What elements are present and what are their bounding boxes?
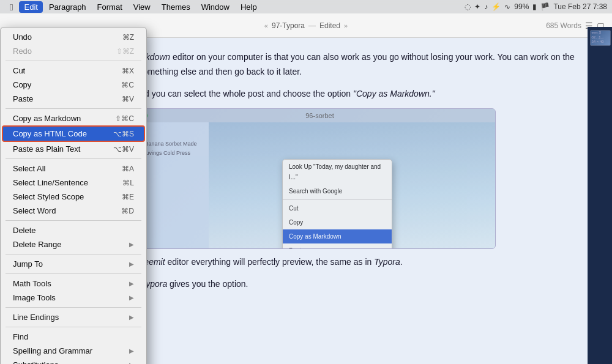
menu-math-tools[interactable]: Math Tools ▶ bbox=[3, 277, 144, 291]
menu-view[interactable]: View bbox=[129, 1, 155, 13]
context-menu: Look Up "Today, my daughter and I..." Se… bbox=[282, 159, 392, 248]
ctx-paste[interactable]: Paste bbox=[283, 243, 392, 248]
menu-substitutions[interactable]: Substitutions ▶ bbox=[3, 358, 144, 364]
right-panel: een S 02...1... 34 × 40 bbox=[588, 27, 612, 364]
jump-to-arrow: ▶ bbox=[129, 261, 134, 267]
menu-cut[interactable]: Cut ⌘X bbox=[3, 64, 144, 78]
menu-paragraph[interactable]: Paragraph bbox=[44, 1, 91, 13]
menu-themes[interactable]: Themes bbox=[157, 1, 195, 13]
cut-shortcut: ⌘X bbox=[122, 67, 134, 75]
spelling-arrow: ▶ bbox=[129, 347, 134, 354]
copy-html-shortcut: ⌥⌘S bbox=[113, 130, 134, 138]
app-window: « 97-Typora — Edited » 685 Words ☰ ▢ The… bbox=[0, 13, 612, 364]
apple-menu[interactable]:  bbox=[5, 1, 18, 13]
menu-image-tools[interactable]: Image Tools ▶ bbox=[3, 291, 144, 305]
select-all-label: Select All bbox=[13, 164, 122, 173]
ctx-divider-1 bbox=[283, 199, 392, 200]
copy-markdown-label: Copy as Markdown bbox=[13, 114, 115, 123]
menu-jump-to[interactable]: Jump To ▶ bbox=[3, 257, 144, 271]
divider-7 bbox=[6, 307, 141, 308]
image-tools-label: Image Tools bbox=[13, 293, 129, 302]
copy-html-label: Copy as HTML Code bbox=[13, 129, 113, 138]
select-word-shortcut: ⌘D bbox=[121, 207, 134, 215]
menu-paste[interactable]: Paste ⌘V bbox=[3, 92, 144, 106]
menu-help[interactable]: Help bbox=[236, 1, 262, 13]
menu-line-endings[interactable]: Line Endings ▶ bbox=[3, 310, 144, 324]
toolbar-title: « 97-Typora — Edited » bbox=[264, 21, 348, 30]
screenshot-titlebar: 96-sorbet bbox=[117, 109, 495, 122]
dropbox-icon: ✦ bbox=[474, 2, 480, 11]
cut-label: Cut bbox=[13, 66, 122, 75]
jump-to-label: Jump To bbox=[13, 259, 129, 269]
redo-shortcut: ⇧⌘Z bbox=[116, 47, 134, 56]
copy-markdown-shortcut: ⇧⌘C bbox=[115, 114, 134, 123]
menu-copy[interactable]: Copy ⌘C bbox=[3, 78, 144, 92]
menu-copy-html[interactable]: Copy as HTML Code ⌥⌘S bbox=[2, 125, 145, 142]
ctx-copy[interactable]: Copy bbox=[283, 215, 392, 229]
menubar-right: ◌ ✦ ♪ ⚡ ∿ 99% ▮ 🏴 Tue Feb 27 7:38 bbox=[465, 2, 607, 11]
select-all-shortcut: ⌘A bbox=[122, 165, 134, 173]
menu-delete[interactable]: Delete bbox=[3, 223, 144, 237]
menu-select-line[interactable]: Select Line/Sentence ⌘L bbox=[3, 176, 144, 190]
screenshot-embed: 96-sorbet OUTLINE Our First Banana Sorbe… bbox=[116, 108, 496, 249]
paste-label: Paste bbox=[13, 94, 122, 103]
screenshot-inner: 96-sorbet OUTLINE Our First Banana Sorbe… bbox=[117, 109, 495, 248]
menu-select-all[interactable]: Select All ⌘A bbox=[3, 162, 144, 176]
word-count: 685 Words bbox=[546, 21, 581, 30]
document-title: 97-Typora bbox=[272, 21, 305, 30]
battery-icon: ▮ bbox=[532, 2, 537, 11]
divider-5 bbox=[6, 254, 141, 254]
menubar-left:  Edit Paragraph Format View Themes Wind… bbox=[5, 1, 262, 13]
delete-range-label: Delete Range bbox=[13, 240, 129, 249]
menu-delete-range[interactable]: Delete Range ▶ bbox=[3, 237, 144, 251]
next-arrow: » bbox=[344, 22, 348, 29]
menu-copy-markdown[interactable]: Copy as Markdown ⇧⌘C bbox=[3, 111, 144, 125]
quote-text: "Copy as Markdown." bbox=[353, 89, 435, 98]
divider-1 bbox=[6, 61, 141, 61]
select-line-shortcut: ⌘L bbox=[122, 179, 134, 187]
divider-8 bbox=[6, 327, 141, 327]
menu-redo[interactable]: Redo ⇧⌘Z bbox=[3, 44, 144, 58]
redo-label: Redo bbox=[13, 46, 116, 56]
menu-undo[interactable]: Undo ⌘Z bbox=[3, 30, 144, 44]
math-tools-arrow: ▶ bbox=[129, 280, 134, 287]
delete-label: Delete bbox=[13, 226, 134, 235]
copy-label: Copy bbox=[13, 80, 121, 89]
math-tools-label: Math Tools bbox=[13, 279, 129, 288]
ctx-cut[interactable]: Cut bbox=[283, 201, 392, 215]
paste-plain-label: Paste as Plain Text bbox=[13, 144, 113, 154]
dropdown-menu[interactable]: Undo ⌘Z Redo ⇧⌘Z Cut ⌘X Copy ⌘C Paste ⌘V… bbox=[0, 27, 147, 364]
select-line-label: Select Line/Sentence bbox=[13, 178, 122, 187]
menu-window[interactable]: Window bbox=[196, 1, 234, 13]
divider-4 bbox=[6, 220, 141, 221]
prev-arrow: « bbox=[264, 22, 268, 29]
menu-find[interactable]: Find bbox=[3, 330, 144, 344]
preview-thumbnail[interactable]: een S 02...1... 34 × 40 bbox=[590, 30, 611, 46]
select-scope-shortcut: ⌘E bbox=[122, 193, 134, 201]
undo-label: Undo bbox=[13, 32, 122, 42]
separator-dash: — bbox=[308, 21, 316, 30]
flag-icon: 🏴 bbox=[540, 2, 550, 11]
line-endings-arrow: ▶ bbox=[129, 314, 134, 321]
audio-icon: ♪ bbox=[484, 2, 488, 11]
menu-paste-plain[interactable]: Paste as Plain Text ⌥⌘V bbox=[3, 142, 144, 156]
divider-2 bbox=[6, 108, 141, 109]
menu-spelling-grammar[interactable]: Spelling and Grammar ▶ bbox=[3, 344, 144, 358]
substitutions-label: Substitutions bbox=[13, 360, 129, 364]
wifi-icon: ∿ bbox=[504, 2, 510, 11]
bluetooth-icon: ⚡ bbox=[491, 2, 501, 11]
menu-format[interactable]: Format bbox=[92, 1, 127, 13]
paste-shortcut: ⌘V bbox=[122, 95, 134, 103]
edited-label: Edited bbox=[319, 21, 340, 30]
screenshot-body: OUTLINE Our First Banana Sorbet Made wit… bbox=[117, 122, 495, 248]
menu-edit[interactable]: Edit bbox=[19, 1, 42, 13]
menu-select-word[interactable]: Select Word ⌘D bbox=[3, 204, 144, 218]
menu-select-scope[interactable]: Select Styled Scope ⌘E bbox=[3, 190, 144, 204]
substitutions-arrow: ▶ bbox=[129, 362, 134, 364]
datetime-display: Tue Feb 27 7:38 bbox=[553, 2, 607, 11]
ctx-lookup[interactable]: Look Up "Today, my daughter and I..." bbox=[283, 160, 392, 184]
ctx-copy-markdown[interactable]: Copy as Markdown bbox=[283, 229, 392, 243]
image-tools-arrow: ▶ bbox=[129, 294, 134, 301]
ctx-search-google[interactable]: Search with Google bbox=[283, 184, 392, 198]
line-endings-label: Line Endings bbox=[13, 313, 129, 322]
